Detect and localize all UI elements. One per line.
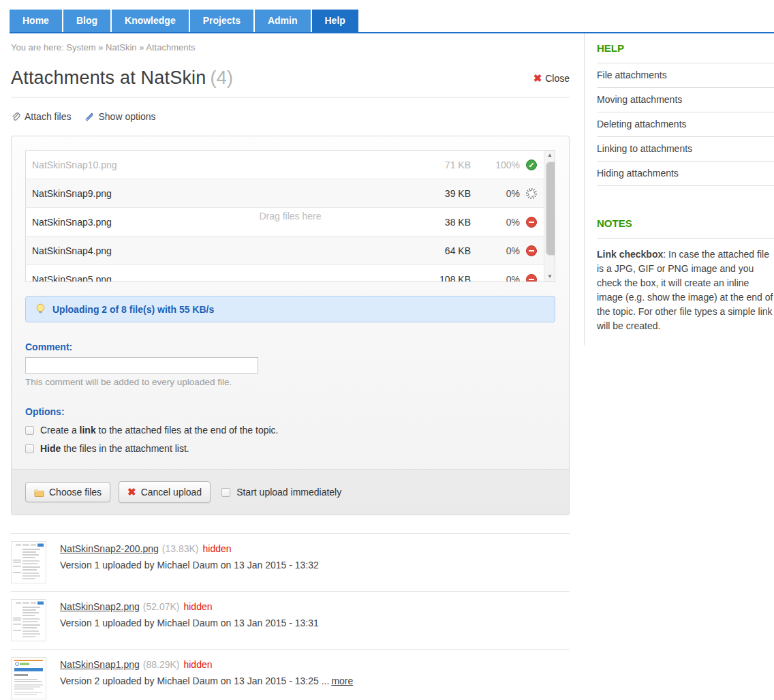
upload-file-progress: 100% xyxy=(471,159,520,170)
cancel-upload-button[interactable]: ✖ Cancel upload xyxy=(119,481,211,503)
attachment-name-link[interactable]: NatSkinSnap2.png xyxy=(60,601,140,612)
close-icon: ✖ xyxy=(533,72,542,85)
attachment-size: (52.07K) xyxy=(143,601,180,612)
remove-file-icon[interactable] xyxy=(526,245,537,256)
attachment-title-line: NatSkinSnap2.png(52.07K)hidden xyxy=(60,601,319,612)
attachment-hidden-flag: hidden xyxy=(202,543,231,554)
upload-file-name: NatSkinSnap10.png xyxy=(32,159,409,170)
paperclip-icon xyxy=(11,112,20,122)
breadcrumb-link-attachments[interactable]: Attachments xyxy=(146,42,195,52)
nav-tab-knowledge[interactable]: Knowledge xyxy=(112,10,189,32)
attachment-count: (4) xyxy=(211,67,234,88)
attachment-thumbnail[interactable] xyxy=(11,657,46,699)
help-heading: HELP xyxy=(597,42,774,63)
upload-file-row: NatSkinSnap10.png71 KB100%✓ xyxy=(26,151,555,179)
scrollbar-thumb[interactable] xyxy=(546,162,555,256)
close-button[interactable]: ✖ Close xyxy=(533,72,570,85)
attachment-hidden-flag: hidden xyxy=(183,659,212,670)
attachment-item: NatSkinSnap1.png(88.29K)hiddenVersion 2 … xyxy=(11,649,570,700)
attachment-size: (88.29K) xyxy=(143,659,180,670)
upload-file-name: NatSkinSnap9.png xyxy=(32,188,409,199)
upload-file-size: 71 KB xyxy=(409,159,471,170)
attachment-size: (13.83K) xyxy=(162,543,199,554)
attachment-list: NatSkinSnap2-200.png(13.83K)hiddenVersio… xyxy=(11,533,570,700)
scroll-down-icon[interactable]: ▼ xyxy=(544,272,555,281)
choose-files-button[interactable]: Choose files xyxy=(25,482,110,502)
breadcrumb-link-natskin[interactable]: NatSkin xyxy=(106,42,137,52)
options-label: Options: xyxy=(25,406,555,417)
attach-files-link[interactable]: Attach files xyxy=(11,111,71,122)
upload-done-icon: ✓ xyxy=(526,159,537,170)
scrollbar[interactable]: ▲ ▼ xyxy=(544,151,555,281)
comment-hint: This comment will be added to every uplo… xyxy=(25,377,555,387)
attachment-item: NatSkinSnap2-200.png(13.83K)hiddenVersio… xyxy=(11,533,570,591)
nav-tab-blog[interactable]: Blog xyxy=(63,10,110,32)
wrench-icon xyxy=(84,112,94,122)
attachment-name-link[interactable]: NatSkinSnap2-200.png xyxy=(60,543,159,554)
nav-underline xyxy=(10,32,774,33)
nav-tab-home[interactable]: Home xyxy=(10,10,62,32)
attachment-meta: Version 1 uploaded by Michael Daum on 13… xyxy=(60,618,319,628)
remove-file-icon[interactable] xyxy=(526,217,537,228)
upload-file-row: NatSkinSnap4.png64 KB0% xyxy=(26,237,555,265)
help-link-deleting-attachments[interactable]: Deleting attachments xyxy=(597,112,774,137)
upload-status-box: Uploading 2 of 8 file(s) with 55 KB/s xyxy=(25,296,555,322)
attachment-meta: Version 1 uploaded by Michael Daum on 13… xyxy=(60,560,319,570)
nav-tab-projects[interactable]: Projects xyxy=(190,10,253,32)
attachment-thumbnail[interactable] xyxy=(11,599,46,641)
attachment-hidden-flag: hidden xyxy=(183,601,212,612)
upload-status-text: Uploading 2 of 8 file(s) with 55 KB/s xyxy=(52,304,214,315)
nav-tab-admin[interactable]: Admin xyxy=(255,10,311,32)
notes-text: Link checkbox: In case the attached file… xyxy=(597,247,774,333)
breadcrumb: You are here: System » NatSkin » Attachm… xyxy=(11,42,570,52)
notes-heading: NOTES xyxy=(597,217,774,239)
upload-file-name: NatSkinSnap3.png xyxy=(32,217,409,228)
breadcrumb-link-system[interactable]: System xyxy=(66,42,95,52)
scroll-up-icon[interactable]: ▲ xyxy=(544,151,555,160)
upload-file-row: NatSkinSnap9.png39 KB0% xyxy=(26,179,555,208)
remove-file-icon[interactable] xyxy=(526,274,537,283)
cancel-x-icon: ✖ xyxy=(127,486,136,498)
option-label-1: Hide the files in the attachment list. xyxy=(40,443,189,454)
start-upload-label: Start upload immediately xyxy=(236,487,341,498)
attachment-title-line: NatSkinSnap1.png(88.29K)hidden xyxy=(60,659,353,670)
folder-icon xyxy=(34,488,44,497)
help-link-hiding-attachments[interactable]: Hiding attachments xyxy=(597,162,774,186)
attachment-thumbnail[interactable] xyxy=(11,541,46,583)
upload-file-name: NatSkinSnap4.png xyxy=(32,245,409,256)
option-label-0: Create a link to the attached files at t… xyxy=(40,425,278,436)
attachment-body: NatSkinSnap2.png(52.07K)hiddenVersion 1 … xyxy=(60,599,319,641)
start-upload-checkbox[interactable] xyxy=(221,488,230,497)
help-link-file-attachments[interactable]: File attachments xyxy=(597,63,774,88)
page-title: Attachments at NatSkin(4) xyxy=(11,67,233,89)
nav-tab-help[interactable]: Help xyxy=(312,10,358,32)
upload-file-size: 64 KB xyxy=(409,245,471,256)
upload-file-list: NatSkinSnap10.png71 KB100%✓NatSkinSnap9.… xyxy=(25,150,555,282)
show-options-link[interactable]: Show options xyxy=(84,111,155,122)
option-checkbox-1[interactable] xyxy=(25,444,34,453)
top-navigation: HomeBlogKnowledgeProjectsAdminHelp xyxy=(0,0,774,32)
attachment-name-link[interactable]: NatSkinSnap1.png xyxy=(60,659,140,670)
upload-button-bar: Choose files ✖ Cancel upload Start uploa… xyxy=(12,469,569,515)
attachment-body: NatSkinSnap2-200.png(13.83K)hiddenVersio… xyxy=(60,541,319,583)
breadcrumb-prefix: You are here: xyxy=(11,42,64,52)
comment-input[interactable] xyxy=(25,357,258,374)
help-sidebar: HELP File attachmentsMoving attachmentsD… xyxy=(597,42,774,333)
more-link[interactable]: more xyxy=(331,675,353,686)
option-checkbox-0[interactable] xyxy=(25,426,34,435)
comment-label: Comment: xyxy=(25,341,555,352)
upload-file-row: NatSkinSnap5.png108 KB0% xyxy=(26,265,555,282)
upload-panel: NatSkinSnap10.png71 KB100%✓NatSkinSnap9.… xyxy=(11,136,570,515)
lightbulb-icon xyxy=(35,303,46,315)
help-link-moving-attachments[interactable]: Moving attachments xyxy=(597,88,774,112)
main-column: You are here: System » NatSkin » Attachm… xyxy=(11,42,570,700)
upload-option-row: Hide the files in the attachment list. xyxy=(25,443,555,454)
attachment-meta: Version 2 uploaded by Michael Daum on 13… xyxy=(60,675,353,686)
column-divider xyxy=(584,33,585,346)
upload-file-size: 108 KB xyxy=(409,274,471,283)
upload-file-progress: 0% xyxy=(471,245,520,256)
help-link-linking-to-attachments[interactable]: Linking to attachments xyxy=(597,137,774,162)
title-divider xyxy=(11,97,570,97)
upload-file-row: NatSkinSnap3.png38 KB0% xyxy=(26,208,555,237)
attachment-body: NatSkinSnap1.png(88.29K)hiddenVersion 2 … xyxy=(60,657,353,699)
